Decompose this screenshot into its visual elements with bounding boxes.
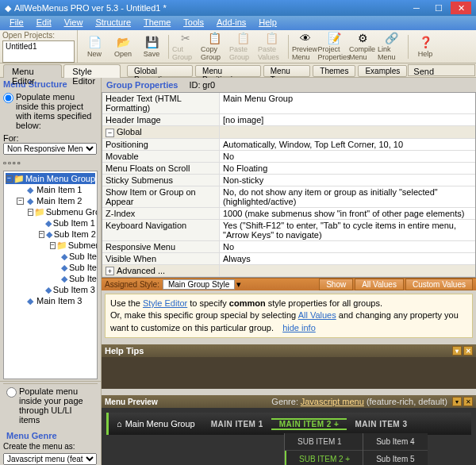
- populate-radio-1[interactable]: [3, 93, 13, 103]
- panel-close-icon[interactable]: ✕: [463, 346, 473, 355]
- new-button[interactable]: 📄New: [81, 33, 108, 61]
- property-row[interactable]: MovableNo: [102, 151, 475, 163]
- hide-info-link[interactable]: hide info: [282, 323, 316, 332]
- property-row[interactable]: Show Item or Group on AppearNo, do not s…: [102, 186, 475, 208]
- tree-item[interactable]: ◆Main Item 3: [17, 295, 95, 306]
- assigned-style-value[interactable]: Main Group Style: [163, 279, 235, 290]
- toolbar: 📄New📂Open💾Save✂Cut Group📋Copy Group📋Past…: [78, 30, 442, 63]
- show-button[interactable]: Show: [319, 279, 353, 290]
- tree-item[interactable]: ◆Sub Item 3: [39, 284, 95, 295]
- all-values-link[interactable]: All Values: [298, 310, 336, 320]
- property-row[interactable]: Header Image[no image]: [102, 114, 475, 126]
- tree-item[interactable]: ◆Sub Item 1: [39, 217, 95, 229]
- all-values-button[interactable]: All Values: [355, 279, 404, 290]
- menu-help[interactable]: Help: [252, 16, 283, 30]
- property-row[interactable]: Responsive MenuNo: [102, 241, 475, 253]
- tree-item[interactable]: ◆Sub Item 5: [61, 262, 95, 273]
- compile-button[interactable]: ⚙Compile Menu: [349, 33, 376, 61]
- save-button[interactable]: 💾Save: [138, 33, 165, 61]
- menu-edit[interactable]: Edit: [30, 16, 58, 30]
- tree-item[interactable]: −◆Sub Item 2: [39, 229, 95, 240]
- tree-item[interactable]: ◆Sub Item 4: [61, 251, 95, 262]
- property-row[interactable]: Keyboard NavigationYes ("Shift-F12" to e…: [102, 220, 475, 241]
- open-projects-list[interactable]: Untitled1: [2, 40, 75, 63]
- tree-item[interactable]: ◆Sub Item 6: [61, 273, 95, 284]
- preview-item[interactable]: MAIN ITEM 1: [203, 420, 271, 428]
- property-row[interactable]: Z-Index1000 (make submenus show "in fron…: [102, 208, 475, 220]
- menu-view[interactable]: View: [58, 16, 90, 30]
- menu-tools[interactable]: Tools: [177, 16, 210, 30]
- tab-menu-positioning[interactable]: Menu Positioning: [195, 65, 261, 77]
- minimize-button[interactable]: ─: [406, 2, 427, 14]
- populate-option-2[interactable]: Populate menu inside your page through U…: [3, 383, 98, 426]
- collapse-icon[interactable]: −: [17, 198, 24, 205]
- tree-toolbar-icon[interactable]: ▫: [3, 158, 6, 167]
- copy-button[interactable]: 📋Copy Group: [201, 33, 228, 61]
- preview-home[interactable]: ⌂Main Menu Group: [109, 419, 203, 428]
- property-grid[interactable]: Header Text (HTML Formatting)Main Menu G…: [102, 92, 476, 278]
- collapse-icon[interactable]: −: [39, 231, 44, 238]
- link-button[interactable]: 🔗Link Menu: [378, 33, 405, 61]
- populate-radio-2[interactable]: [6, 387, 17, 398]
- project-props-button[interactable]: 📝Project Properties: [321, 33, 347, 61]
- tree-toolbar-icon[interactable]: ▫: [13, 158, 16, 167]
- open-projects-panel: Open Projects: Untitled1: [0, 30, 78, 63]
- tree-root[interactable]: −📁Main Menu Group: [6, 173, 95, 184]
- send-feedback-button[interactable]: Send Feedback: [408, 64, 475, 76]
- property-row[interactable]: Visible WhenAlways: [102, 253, 475, 265]
- preview-subitem[interactable]: Sub Item 4: [363, 433, 427, 451]
- populate-option-1[interactable]: Populate menu inside this project with i…: [0, 90, 101, 132]
- tab-menu-type[interactable]: Menu Type: [263, 65, 311, 77]
- property-row[interactable]: Sticky SubmenusNon-sticky: [102, 175, 475, 186]
- menu-genre-header: Menu Genre: [3, 429, 98, 442]
- tree-submenu[interactable]: −📁Submenu Group: [28, 206, 95, 217]
- preview-item[interactable]: MAIN ITEM 2 +: [271, 418, 347, 430]
- property-row[interactable]: +Advanced ...: [102, 265, 475, 278]
- collapse-icon[interactable]: −: [6, 175, 13, 183]
- property-row[interactable]: Header Text (HTML Formatting)Main Menu G…: [102, 93, 475, 114]
- property-row[interactable]: −Global: [102, 126, 475, 139]
- tree-item[interactable]: −◆Main Item 2: [17, 195, 95, 206]
- genre-link[interactable]: Javascript menu: [301, 397, 364, 406]
- open-button[interactable]: 📂Open: [109, 33, 136, 61]
- expand-icon[interactable]: −: [106, 129, 114, 137]
- menu-state-select[interactable]: Non Responsive Menu State (C: [3, 143, 97, 155]
- preview-button[interactable]: 👁Preview Menu: [292, 33, 319, 61]
- tree-toolbar-icon[interactable]: ▫: [17, 158, 21, 167]
- collapse-icon[interactable]: −: [50, 242, 56, 249]
- panel-down-icon[interactable]: ▾: [452, 346, 462, 355]
- panel-close-icon[interactable]: ✕: [463, 397, 473, 406]
- tab-themes[interactable]: Themes: [313, 65, 355, 77]
- preview-item[interactable]: MAIN ITEM 3: [347, 420, 415, 428]
- style-dropdown-icon[interactable]: ▾: [236, 279, 241, 290]
- tree-toolbar-icon[interactable]: ▫: [8, 158, 11, 167]
- tree-submenu[interactable]: −📁Submenu Group: [50, 240, 95, 251]
- menu-addins[interactable]: Add-ins: [210, 16, 252, 30]
- tab-style-editor[interactable]: Style Editor: [63, 64, 121, 78]
- collapse-icon[interactable]: −: [28, 209, 33, 216]
- menu-structure[interactable]: Structure: [89, 16, 137, 30]
- preview-subitem[interactable]: SUB ITEM 1: [285, 433, 363, 451]
- menu-file[interactable]: File: [3, 16, 30, 30]
- tab-global-properties[interactable]: Global Properties: [127, 65, 193, 77]
- custom-values-button[interactable]: Custom Values: [405, 279, 473, 290]
- tab-menu-editor[interactable]: Menu Editor: [3, 64, 62, 78]
- help-button[interactable]: ❓Help: [412, 33, 439, 61]
- page-icon: ◆: [25, 186, 35, 194]
- maximize-button[interactable]: ☐: [428, 2, 449, 14]
- expand-icon[interactable]: +: [106, 267, 114, 275]
- genre-select[interactable]: Javascript menu (feature-rich): [3, 453, 97, 465]
- open-projects-label: Open Projects:: [2, 31, 75, 40]
- panel-down-icon[interactable]: ▾: [452, 397, 462, 406]
- style-editor-link[interactable]: Style Editor: [143, 298, 187, 308]
- menu-theme[interactable]: Theme: [137, 16, 177, 30]
- page-icon: ◆: [45, 286, 52, 294]
- menu-tree[interactable]: −📁Main Menu Group ◆Main Item 1 −◆Main It…: [3, 171, 98, 379]
- preview-subitem[interactable]: SUB ITEM 2 +: [285, 451, 363, 465]
- property-row[interactable]: Menu Floats on ScrollNo Floating: [102, 163, 475, 175]
- tab-examples[interactable]: Examples: [358, 65, 407, 77]
- preview-subitem[interactable]: Sub Item 5: [363, 451, 427, 465]
- property-row[interactable]: PositioningAutomatically, Window, Top Le…: [102, 139, 475, 151]
- close-button[interactable]: ✕: [451, 2, 471, 14]
- tree-item[interactable]: ◆Main Item 1: [17, 184, 95, 195]
